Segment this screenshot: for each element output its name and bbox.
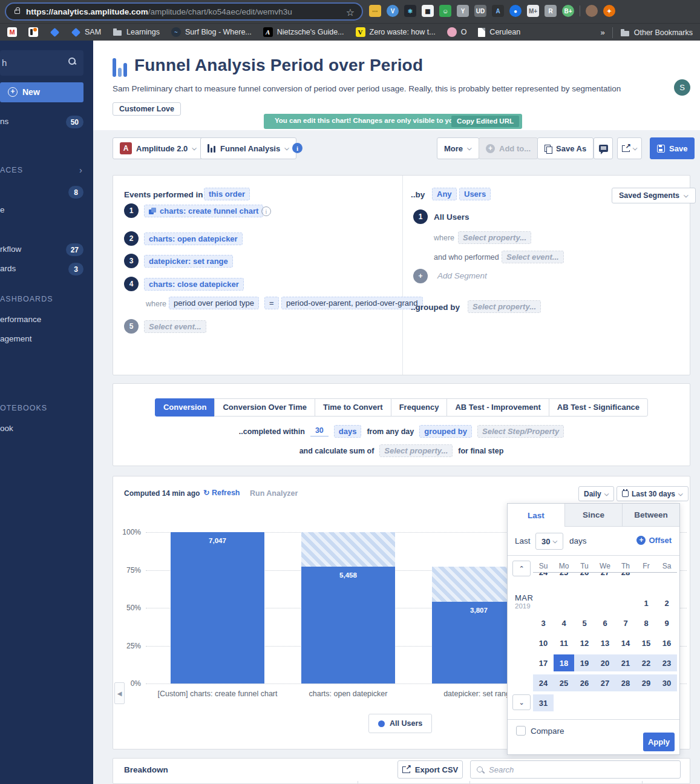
tab-ab-test-improvement[interactable]: AB Test - Improvement (446, 398, 549, 417)
other-bookmarks-folder[interactable]: Other Bookmarks (620, 28, 693, 38)
calendar-day[interactable]: 3 (533, 614, 554, 631)
saved-segments-button[interactable]: Saved Segments ⌵ (612, 188, 696, 203)
event-step-1[interactable]: charts: create funnel chart (144, 205, 263, 217)
calendar-day[interactable]: 29 (636, 674, 656, 691)
compare-checkbox[interactable] (516, 726, 526, 736)
grouped-by-chip[interactable]: grouped by (419, 425, 472, 438)
tab-conversion-over-time[interactable]: Conversion Over Time (214, 398, 315, 417)
event-step-5-placeholder[interactable]: Select event... (144, 320, 206, 333)
tab-between[interactable]: Between (623, 504, 679, 527)
extension-icon-a-wave[interactable]: A (492, 5, 504, 17)
sidebar-header-spaces[interactable]: ACES (0, 166, 23, 174)
extension-icon-orange[interactable]: ✦ (603, 5, 615, 17)
extension-icon-green[interactable]: ☺ (439, 5, 451, 17)
tab-frequency[interactable]: Frequency (391, 398, 448, 417)
calendar-day[interactable]: 4 (554, 614, 574, 631)
sidebar-item-notebook[interactable]: ook (0, 424, 13, 433)
add-segment-plus-icon[interactable]: + (413, 269, 428, 283)
comments-button[interactable] (594, 137, 613, 159)
bookmark-app[interactable] (28, 27, 38, 37)
apply-button[interactable]: Apply (643, 733, 675, 751)
add-to-button[interactable]: + Add to... (479, 137, 538, 159)
user-avatar[interactable]: S (674, 79, 690, 96)
new-button[interactable]: + New (0, 82, 83, 102)
extension-icon-react[interactable]: ⚛ (404, 5, 416, 17)
calendar-day[interactable]: 9 (656, 614, 677, 631)
bookmark-o[interactable]: O (447, 27, 467, 37)
extension-icon-r[interactable]: R (545, 5, 557, 17)
chart-type-selector[interactable]: Funnel Analysis ⌵ (200, 137, 296, 159)
calendar-day[interactable]: 26 (574, 674, 595, 691)
calendar-day[interactable]: 19 (574, 654, 595, 671)
bookmark-sam[interactable]: SAM (71, 27, 101, 37)
calendar-day[interactable]: 21 (615, 654, 636, 671)
calendar-day[interactable]: 11 (554, 634, 574, 651)
users-chip[interactable]: Users (459, 188, 491, 200)
calendar-day[interactable]: 30 (656, 674, 677, 691)
grouped-select-chip[interactable]: Select property... (468, 300, 541, 313)
days-count-select[interactable]: 30 ⌵ (535, 533, 563, 550)
calendar-day-clipped[interactable]: 28 (615, 573, 636, 575)
event-step-2[interactable]: charts: open datepicker (144, 232, 243, 245)
calendar-scroll-up-button[interactable]: ⌃ (512, 561, 531, 576)
save-as-button[interactable]: Save As (537, 137, 594, 159)
tab-ab-test-significance[interactable]: AB Test - Significance (549, 398, 648, 417)
tag-customer-love[interactable]: Customer Love (113, 102, 181, 116)
calendar-day[interactable]: 2 (656, 595, 677, 611)
project-selector[interactable]: A Amplitude 2.0 ⌵ (113, 137, 204, 159)
scroll-left-button[interactable]: ◀ (114, 682, 125, 704)
calendar-day[interactable]: 7 (615, 614, 636, 631)
segment-all-users[interactable]: All Users (434, 212, 469, 222)
select-step-property-chip[interactable]: Select Step/Property (477, 425, 564, 438)
bookmark-gmail[interactable]: M (7, 27, 17, 37)
calendar-day-clipped[interactable]: 26 (574, 573, 595, 575)
days-chip[interactable]: days (334, 425, 362, 438)
chart-legend[interactable]: All Users (368, 714, 432, 733)
select-property-chip[interactable]: Select property... (458, 231, 531, 244)
bookmark-nietzsche[interactable]: ANietzsche's Guide... (263, 27, 344, 37)
extension-icon-y[interactable]: Y (457, 5, 469, 17)
calendar-day[interactable]: 13 (595, 634, 615, 651)
calendar-scroll-down-button[interactable]: ⌄ (512, 694, 531, 710)
add-segment-label[interactable]: Add Segment (437, 271, 487, 280)
calendar-day[interactable]: 16 (656, 634, 677, 651)
funnel-bar[interactable]: 5,458 (301, 567, 395, 684)
calendar-day[interactable]: 5 (574, 614, 595, 631)
save-button[interactable]: Save (650, 137, 695, 159)
sidebar-item-e[interactable]: e (0, 205, 5, 214)
bookmark-zero-waste[interactable]: VZero waste: how t... (356, 27, 436, 37)
info-icon[interactable]: i (292, 143, 303, 153)
extension-icon-blue-circle[interactable]: ● (509, 5, 522, 17)
funnel-bar[interactable]: 7,047 (171, 532, 264, 684)
event-step-4[interactable]: charts: close datepicker (144, 278, 244, 291)
extension-icon-qr[interactable]: ▦ (422, 5, 434, 17)
bookmark-cerulean[interactable]: Cerulean (478, 28, 520, 37)
select-event-chip[interactable]: Select event... (502, 251, 564, 263)
bookmark-jira[interactable] (50, 27, 59, 37)
address-bar[interactable]: https://analytics.amplitude.com /amplitu… (5, 2, 363, 21)
where-property-chip[interactable]: period over period type (169, 297, 259, 309)
calc-select-property-chip[interactable]: Select property... (379, 444, 453, 457)
sidebar-item-workflow[interactable]: rkflow (0, 245, 21, 254)
extension-icon-b-plus[interactable]: B+ (562, 5, 574, 17)
calendar-day[interactable]: 25 (554, 674, 574, 691)
where-value-chip[interactable]: period-over-parent, period-over-grand (281, 297, 423, 309)
calendar-day[interactable]: 8 (636, 614, 656, 631)
calendar-day[interactable]: 18 (554, 654, 574, 671)
extension-icon-m-plus[interactable]: M+ (527, 5, 539, 17)
calendar-day[interactable]: 1 (636, 595, 656, 611)
order-chip[interactable]: this order (204, 188, 250, 200)
sidebar-search-input[interactable]: h (0, 50, 83, 76)
more-button[interactable]: More ⌵ (437, 137, 479, 159)
calendar-day[interactable]: 14 (615, 634, 636, 651)
bookmark-learnings[interactable]: Learnings (113, 27, 160, 37)
calendar-day[interactable]: 12 (574, 634, 595, 651)
calendar-day[interactable]: 24 (533, 674, 554, 691)
sidebar-item-engagement[interactable]: agement (0, 334, 32, 343)
calendar-day[interactable]: 28 (615, 674, 636, 691)
calendar-day[interactable]: 31 (533, 694, 554, 711)
calendar-day[interactable]: 6 (595, 614, 615, 631)
tab-conversion[interactable]: Conversion (155, 398, 215, 417)
calendar-day-clipped[interactable]: 24 (533, 573, 554, 575)
bookmark-star-icon[interactable]: ☆ (346, 7, 355, 18)
